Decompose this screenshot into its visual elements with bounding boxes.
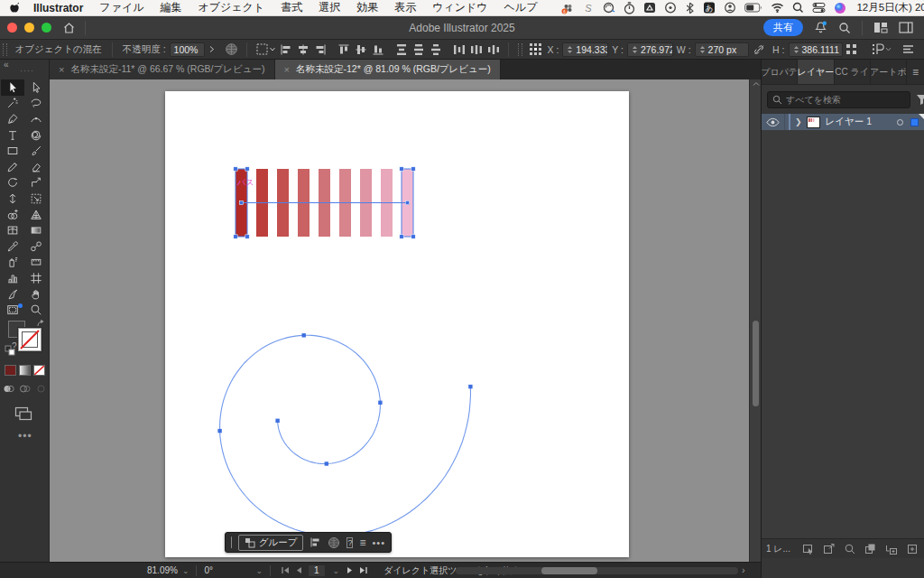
align-vertical-center-icon[interactable] <box>354 42 368 57</box>
distribute-horizontal-center-icon[interactable] <box>469 42 484 57</box>
scale-tool[interactable] <box>24 175 48 191</box>
magic-wand-tool[interactable] <box>1 96 24 112</box>
siri-icon[interactable] <box>834 2 846 14</box>
document-setup-globe-icon[interactable] <box>225 42 238 57</box>
menubar-menu-3[interactable]: オブジェクト <box>198 0 264 15</box>
constrain-proportions-link-icon[interactable] <box>753 42 765 57</box>
export-selection-icon[interactable] <box>823 543 836 555</box>
rotation-value[interactable]: 0° <box>204 565 251 575</box>
gradient-tool[interactable] <box>24 222 48 238</box>
zoom-level-value[interactable]: 81.09% <box>147 565 178 575</box>
vertical-scrollbar-thumb[interactable] <box>753 321 759 406</box>
tab-close-icon[interactable]: × <box>284 64 290 75</box>
control-panel-menu-icon[interactable] <box>901 42 915 57</box>
artboard[interactable] <box>165 91 629 557</box>
layer-target-icon[interactable] <box>897 119 903 126</box>
opacity-dropdown-icon[interactable] <box>208 42 216 57</box>
layer-visibility-eye-icon[interactable] <box>766 117 780 127</box>
widget-menu-icon[interactable]: ≡ <box>359 536 365 549</box>
transform-grip[interactable] <box>518 43 522 56</box>
perspective-grid-tool[interactable] <box>24 207 48 223</box>
opacity-field[interactable]: 100% <box>170 42 206 57</box>
panel-tab-4[interactable]: アートボ <box>871 60 907 84</box>
layers-panel-body[interactable] <box>762 130 924 538</box>
y-stepper-icon[interactable] <box>632 45 638 54</box>
layers-search-input[interactable] <box>767 91 910 108</box>
sketch-icon[interactable]: S <box>582 2 595 14</box>
distribute-vertical-center-icon[interactable] <box>411 42 426 57</box>
workspace-switcher-icon[interactable] <box>899 22 913 33</box>
make-clipping-mask-icon[interactable] <box>864 543 877 555</box>
horizontal-scrollbar-thumb[interactable] <box>541 567 597 574</box>
apple-menu-icon[interactable] <box>9 1 21 14</box>
toolbar-drag-handle[interactable]: ···· <box>20 66 34 75</box>
bluetooth-icon[interactable] <box>685 2 695 14</box>
layer-selection-indicator[interactable] <box>910 118 919 126</box>
eyedropper-tool[interactable] <box>1 238 24 255</box>
previous-artboard-icon[interactable] <box>295 566 302 574</box>
ime-japanese-icon[interactable]: あ <box>703 2 716 14</box>
default-fill-stroke-icon[interactable] <box>5 345 15 356</box>
player-icon[interactable] <box>664 2 677 14</box>
panel-tab-3[interactable]: CC ライ <box>835 60 871 84</box>
distribute-horizontal-left-icon[interactable] <box>452 42 467 57</box>
rectangle-tool[interactable] <box>1 143 24 159</box>
spotlight-icon[interactable] <box>792 2 804 14</box>
doc-tab-2[interactable]: × 名称未設定-12* @ 81.09 % (RGB/プレビュー) <box>275 60 501 79</box>
panel-tab-2[interactable]: レイヤー <box>798 60 834 84</box>
distribute-vertical-bottom-icon[interactable] <box>429 42 443 57</box>
search-icon[interactable] <box>838 22 851 34</box>
spiral-tool[interactable] <box>24 127 48 144</box>
horizontal-scrollbar[interactable] <box>456 567 738 574</box>
share-button[interactable]: 共有 <box>763 19 803 36</box>
last-artboard-icon[interactable] <box>359 566 368 574</box>
layer-thumbnail[interactable] <box>807 117 820 128</box>
layer-name[interactable]: レイヤー 1 <box>826 116 873 128</box>
artboard-number-field[interactable]: 1 <box>308 564 326 577</box>
knife-tool[interactable] <box>1 286 24 303</box>
measure-tool[interactable] <box>24 255 48 271</box>
panel-tab-1[interactable]: プロパテ <box>762 60 798 84</box>
shape-builder-tool[interactable] <box>1 207 24 223</box>
new-sublayer-icon[interactable] <box>885 543 898 555</box>
menubar-menu-1[interactable]: ファイル <box>99 0 143 15</box>
align-horizontal-right-icon[interactable] <box>313 42 328 57</box>
wifi-icon[interactable] <box>771 2 784 14</box>
h-field[interactable]: 386.1111 p <box>789 42 843 57</box>
panel-menu-icon[interactable]: ≡ <box>907 60 924 84</box>
help-icon[interactable]: ? <box>346 537 353 548</box>
new-layer-icon[interactable] <box>906 543 919 555</box>
rotation-dropdown-icon[interactable]: ⌄ <box>255 566 263 575</box>
reference-point-icon[interactable] <box>529 42 542 57</box>
mesh-tool[interactable] <box>1 222 24 238</box>
transform-options-icon[interactable] <box>845 42 858 57</box>
home-icon[interactable] <box>62 22 76 34</box>
arrange-documents-icon[interactable] <box>873 22 888 33</box>
menubar-app-name[interactable]: Illustrator <box>33 2 83 14</box>
zoom-tool[interactable] <box>24 302 48 318</box>
artboard-tool[interactable] <box>24 270 48 286</box>
align-widget-icon[interactable] <box>310 536 321 548</box>
hand-tool[interactable] <box>24 286 48 303</box>
rotate-tool[interactable] <box>1 175 24 191</box>
symbol-sprayer-tool[interactable] <box>1 255 24 271</box>
align-vertical-top-icon[interactable] <box>337 42 351 57</box>
scrollbar-corner-chevron-icon[interactable]: › <box>742 564 745 575</box>
menubar-menu-2[interactable]: 編集 <box>160 0 181 15</box>
layer-expand-chevron-icon[interactable]: ❯ <box>795 117 802 126</box>
shape-properties-icon[interactable] <box>871 42 892 57</box>
cleanshot-icon[interactable] <box>643 2 656 14</box>
h-stepper-icon[interactable] <box>793 45 799 54</box>
artboard-dropdown-icon[interactable]: ⌄ <box>333 566 340 575</box>
canvas-area[interactable]: パス グループ ? ≡ ••• <box>50 79 749 562</box>
distribute-horizontal-right-icon[interactable] <box>486 42 501 57</box>
user-circle-icon[interactable] <box>724 2 736 14</box>
maximize-window-button[interactable] <box>42 23 51 33</box>
align-horizontal-left-icon[interactable] <box>279 42 293 57</box>
stroke-none-swatch[interactable] <box>18 328 42 351</box>
w-field[interactable]: 270 px <box>695 42 749 57</box>
screen-recorder-icon[interactable] <box>603 2 615 14</box>
swap-fill-stroke-icon[interactable] <box>36 319 46 329</box>
x-field[interactable]: 194.3333 p <box>562 42 608 57</box>
group-button[interactable]: グループ <box>238 535 304 551</box>
